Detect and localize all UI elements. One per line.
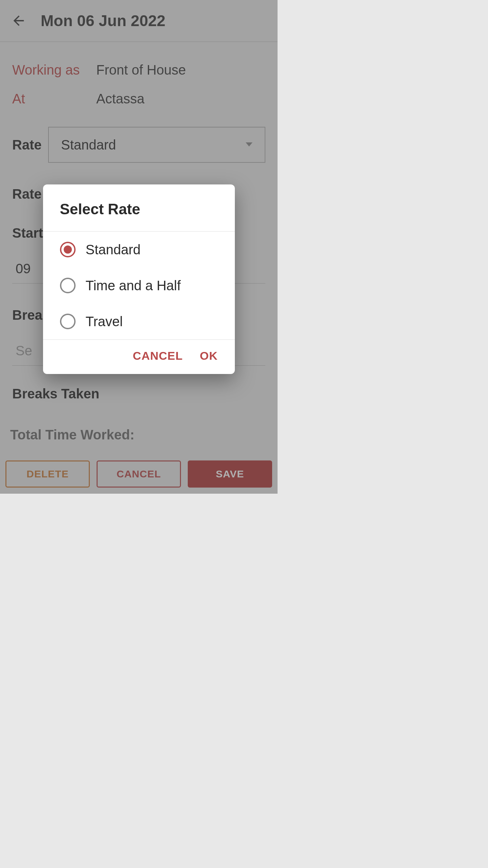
radio-icon bbox=[60, 242, 76, 257]
radio-option-travel[interactable]: Travel bbox=[43, 303, 235, 339]
dialog-cancel-button[interactable]: CANCEL bbox=[133, 349, 183, 362]
radio-icon bbox=[60, 278, 76, 293]
select-rate-dialog: Select Rate Standard Time and a Half Tra… bbox=[43, 184, 235, 374]
dialog-options: Standard Time and a Half Travel bbox=[43, 232, 235, 339]
radio-icon bbox=[60, 314, 76, 329]
radio-label: Travel bbox=[86, 314, 123, 329]
radio-label: Standard bbox=[86, 242, 141, 257]
dialog-actions: CANCEL OK bbox=[43, 340, 235, 374]
modal-overlay[interactable]: Select Rate Standard Time and a Half Tra… bbox=[0, 0, 278, 494]
radio-option-time-and-half[interactable]: Time and a Half bbox=[43, 268, 235, 303]
dialog-title: Select Rate bbox=[43, 184, 235, 232]
radio-option-standard[interactable]: Standard bbox=[43, 232, 235, 268]
dialog-ok-button[interactable]: OK bbox=[200, 349, 218, 362]
radio-label: Time and a Half bbox=[86, 278, 181, 293]
